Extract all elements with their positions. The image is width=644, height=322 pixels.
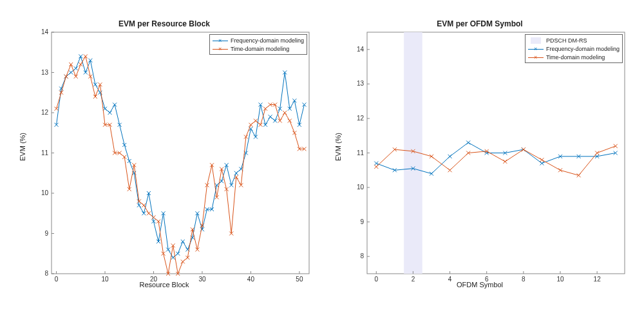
ylabel-rb: EVM (%) xyxy=(19,133,26,161)
legend-label-patch: PDSCH DM-RS xyxy=(546,37,587,44)
svg-text:0: 0 xyxy=(375,276,379,283)
legend-rb: × Frequency-domain modeling × Time-domai… xyxy=(209,34,307,55)
legend-label-freq-2: Frequency-domain modeling xyxy=(546,46,620,52)
legend-item-freq: × Frequency-domain modeling xyxy=(213,36,304,44)
svg-text:0: 0 xyxy=(55,276,59,283)
svg-text:10: 10 xyxy=(357,184,365,191)
chart-title-rb: EVM per Resource Block xyxy=(16,19,312,28)
svg-text:9: 9 xyxy=(360,218,364,225)
plot-ofdm: 024681012891011121314 xyxy=(367,32,625,274)
svg-text:10: 10 xyxy=(101,276,109,283)
svg-text:8: 8 xyxy=(522,276,526,283)
svg-text:20: 20 xyxy=(150,276,158,283)
chart-panel-rb: EVM per Resource Block EVM (%) Resource … xyxy=(16,13,312,309)
legend-label-time: Time-domain modeling xyxy=(231,46,289,52)
ylabel-ofdm: EVM (%) xyxy=(334,133,342,161)
svg-text:40: 40 xyxy=(247,276,255,283)
svg-text:12: 12 xyxy=(594,276,601,283)
svg-text:6: 6 xyxy=(485,276,489,283)
svg-text:9: 9 xyxy=(44,230,48,237)
svg-text:4: 4 xyxy=(448,276,452,283)
legend-ofdm: PDSCH DM-RS × Frequency-domain modeling … xyxy=(525,34,623,63)
svg-text:10: 10 xyxy=(556,276,564,283)
legend-label-time-2: Time-domain modeling xyxy=(546,54,605,61)
legend-item-time-2: × Time-domain modeling xyxy=(528,53,620,61)
legend-item-patch: PDSCH DM-RS xyxy=(528,36,620,44)
svg-text:8: 8 xyxy=(44,270,48,277)
svg-text:2: 2 xyxy=(412,276,415,283)
legend-label-freq: Frequency-domain modeling xyxy=(231,37,304,44)
legend-item-freq-2: × Frequency-domain modeling xyxy=(528,44,620,53)
chart-panel-ofdm: EVM per OFDM Symbol EVM (%) OFDM Symbol … xyxy=(332,13,628,309)
plot-rb: 01020304050891011121314 xyxy=(52,32,309,274)
svg-rect-0 xyxy=(52,32,309,274)
legend-item-time: × Time-domain modeling xyxy=(213,44,304,53)
svg-text:12: 12 xyxy=(41,109,49,116)
svg-text:11: 11 xyxy=(357,149,365,156)
svg-text:14: 14 xyxy=(357,46,365,53)
svg-text:10: 10 xyxy=(41,189,49,196)
svg-text:8: 8 xyxy=(360,252,364,260)
svg-text:11: 11 xyxy=(41,149,49,156)
svg-text:14: 14 xyxy=(41,28,49,35)
xlabel-rb: Resource Block xyxy=(16,281,312,289)
svg-text:50: 50 xyxy=(296,276,303,283)
chart-title-ofdm: EVM per OFDM Symbol xyxy=(332,19,628,28)
svg-text:13: 13 xyxy=(41,69,49,76)
svg-text:30: 30 xyxy=(198,276,206,283)
svg-text:12: 12 xyxy=(357,115,365,122)
svg-text:13: 13 xyxy=(357,80,365,87)
